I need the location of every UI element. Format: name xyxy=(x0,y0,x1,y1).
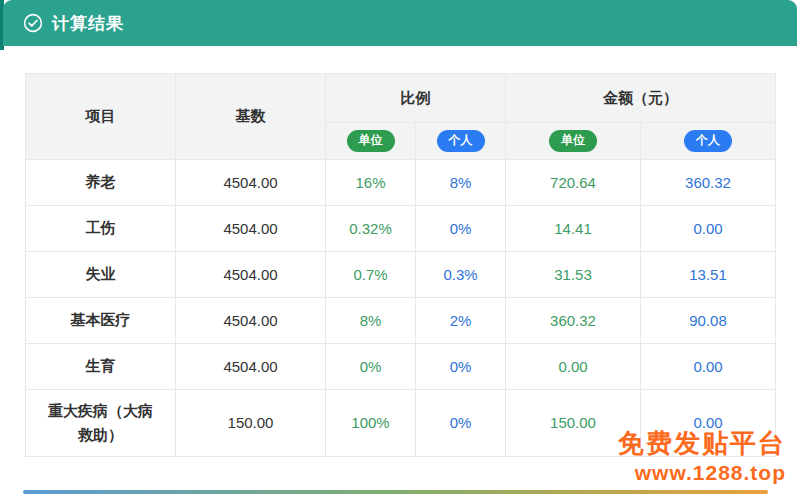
cell-ratio-personal: 0% xyxy=(416,206,506,252)
personal-badge: 个人 xyxy=(684,130,732,152)
col-header-ratio-group: 比例 xyxy=(326,74,506,123)
cell-ratio-unit: 16% xyxy=(326,160,416,206)
cell-amount-unit: 0.00 xyxy=(506,344,641,390)
unit-badge: 单位 xyxy=(347,130,395,152)
cell-item: 养老 xyxy=(26,160,176,206)
ratio-personal-header-cell: 个人 xyxy=(416,123,506,160)
cell-amount-unit: 360.32 xyxy=(506,298,641,344)
cell-ratio-personal: 2% xyxy=(416,298,506,344)
cell-base: 150.00 xyxy=(176,390,326,457)
cell-amount-personal: 13.51 xyxy=(641,252,776,298)
cell-base: 4504.00 xyxy=(176,160,326,206)
cell-ratio-personal: 8% xyxy=(416,160,506,206)
cell-ratio-personal: 0.3% xyxy=(416,252,506,298)
table-row: 失业 4504.00 0.7% 0.3% 31.53 13.51 xyxy=(26,252,776,298)
cell-amount-personal: 0.00 xyxy=(641,344,776,390)
cell-ratio-unit: 8% xyxy=(326,298,416,344)
cell-amount-personal: 90.08 xyxy=(641,298,776,344)
cell-amount-personal: 0.00 xyxy=(641,390,776,457)
unit-badge: 单位 xyxy=(549,130,597,152)
cell-base: 4504.00 xyxy=(176,298,326,344)
cell-base: 4504.00 xyxy=(176,206,326,252)
cell-item: 基本医疗 xyxy=(26,298,176,344)
table-row: 养老 4504.00 16% 8% 720.64 360.32 xyxy=(26,160,776,206)
col-header-base: 基数 xyxy=(176,74,326,160)
cell-amount-unit: 720.64 xyxy=(506,160,641,206)
table-row: 基本医疗 4504.00 8% 2% 360.32 90.08 xyxy=(26,298,776,344)
check-circle-icon xyxy=(23,13,43,33)
cell-item: 生育 xyxy=(26,344,176,390)
cell-ratio-unit: 0% xyxy=(326,344,416,390)
cell-amount-personal: 360.32 xyxy=(641,160,776,206)
table-row: 重大疾病（大病救助） 150.00 100% 0% 150.00 0.00 xyxy=(26,390,776,457)
col-header-item: 项目 xyxy=(26,74,176,160)
amount-personal-header-cell: 个人 xyxy=(641,123,776,160)
cell-item: 工伤 xyxy=(26,206,176,252)
table-header-group-row: 项目 基数 比例 金额（元） xyxy=(26,74,776,123)
cell-base: 4504.00 xyxy=(176,252,326,298)
results-header-bar: 计算结果 xyxy=(3,0,797,46)
cell-amount-unit: 14.41 xyxy=(506,206,641,252)
cell-ratio-unit: 0.7% xyxy=(326,252,416,298)
table-row: 工伤 4504.00 0.32% 0% 14.41 0.00 xyxy=(26,206,776,252)
cell-base: 4504.00 xyxy=(176,344,326,390)
cell-ratio-unit: 0.32% xyxy=(326,206,416,252)
bottom-gradient-bar xyxy=(23,490,768,494)
cell-ratio-unit: 100% xyxy=(326,390,416,457)
cell-amount-personal: 0.00 xyxy=(641,206,776,252)
cell-ratio-personal: 0% xyxy=(416,344,506,390)
cell-amount-unit: 150.00 xyxy=(506,390,641,457)
personal-badge: 个人 xyxy=(437,130,485,152)
cell-item: 重大疾病（大病救助） xyxy=(26,390,176,457)
watermark-url: www.1288.top xyxy=(618,461,786,485)
cell-ratio-personal: 0% xyxy=(416,390,506,457)
results-table: 项目 基数 比例 金额（元） 单位 个人 单位 个人 养老 4504.00 16… xyxy=(25,73,776,457)
cell-item: 失业 xyxy=(26,252,176,298)
col-header-amount-group: 金额（元） xyxy=(506,74,776,123)
table-row: 生育 4504.00 0% 0% 0.00 0.00 xyxy=(26,344,776,390)
amount-unit-header-cell: 单位 xyxy=(506,123,641,160)
ratio-unit-header-cell: 单位 xyxy=(326,123,416,160)
page-title: 计算结果 xyxy=(52,12,124,35)
cell-amount-unit: 31.53 xyxy=(506,252,641,298)
